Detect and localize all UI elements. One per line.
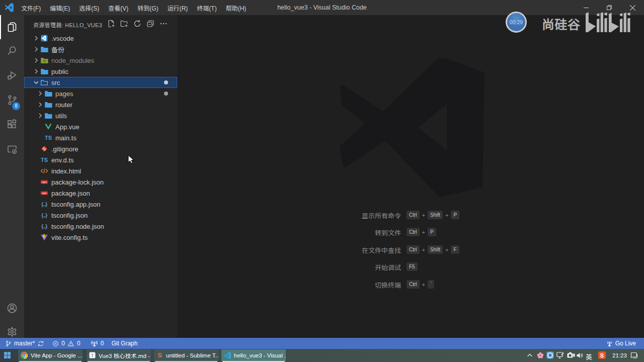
svg-text:S: S xyxy=(600,352,604,358)
svg-text:npm: npm xyxy=(42,180,47,184)
svg-text:S: S xyxy=(157,352,162,358)
svg-text:T: T xyxy=(91,353,94,358)
svg-text:npm: npm xyxy=(42,192,47,195)
